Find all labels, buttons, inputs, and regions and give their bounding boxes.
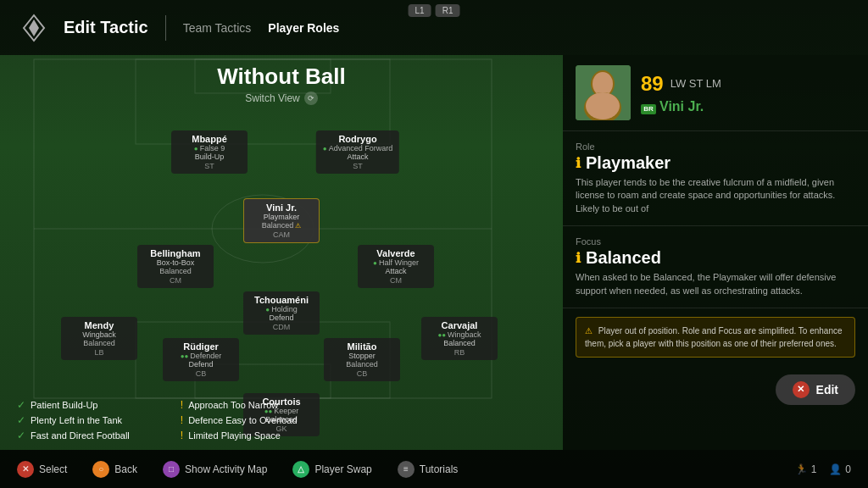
edit-section: ✕ Edit <box>563 366 868 413</box>
action-select-label: Select <box>39 463 67 475</box>
warn-2: ! Defence Easy to Overload <box>181 414 298 426</box>
traits-section: ✓ Patient Build-Up ✓ Plenty Left in the … <box>17 399 298 441</box>
player-tchouameni[interactable]: Tchouaméni ●Holding Defend CDM <box>243 291 320 335</box>
role-icon: ℹ <box>576 155 581 171</box>
action-activity-map-label: Show Activity Map <box>185 463 267 475</box>
role-description: This player tends to be the creative ful… <box>576 176 855 215</box>
player-info-header: 89 LW ST LM BRVini Jr. <box>563 55 868 131</box>
player-full-name: BRVini Jr. <box>641 99 855 114</box>
player-rating: 89 <box>641 72 664 96</box>
header: Edit Tactic Team Tactics Player Roles L1… <box>0 0 868 55</box>
warning-icon: ⚠ <box>585 326 593 336</box>
player-avatar <box>576 65 631 120</box>
player-mbappe[interactable]: Mbappé ●False 9 Build-Up ST <box>171 130 248 174</box>
svg-point-9 <box>593 72 613 96</box>
share-button-icon: ≡ <box>398 461 415 478</box>
player-rudiger[interactable]: Rüdiger ●●Defender Defend CB <box>163 338 239 381</box>
action-back: ○ Back <box>92 461 137 478</box>
main-content: Without Ball Switch View ⟳ Mbappé ●False… <box>0 55 868 450</box>
player-valverde[interactable]: Valverde ●Half Winger Attack CM <box>358 245 434 288</box>
trait-1: ✓ Patient Build-Up <box>17 399 130 411</box>
player-positions: LW ST LM <box>670 77 721 90</box>
formation: Mbappé ●False 9 Build-Up ST Rodrygo ●Adv… <box>44 114 519 444</box>
user-count-badge: 👤 0 <box>829 463 851 475</box>
player-mendy[interactable]: Mendy Wingback Balanced LB <box>61 317 137 360</box>
l1-button: L1 <box>409 4 431 17</box>
switch-view-label: Switch View <box>245 92 299 104</box>
positive-traits: ✓ Patient Build-Up ✓ Plenty Left in the … <box>17 399 130 441</box>
action-select: ✕ Select <box>17 461 67 478</box>
warn-1: ! Approach Too Narrow <box>181 399 298 411</box>
nationality-flag: BR <box>641 104 656 114</box>
trait-2: ✓ Plenty Left in the Tank <box>17 414 130 426</box>
switch-view[interactable]: Switch View ⟳ <box>17 92 546 105</box>
action-tutorials-label: Tutorials <box>420 463 459 475</box>
bottom-bar: ✕ Select ○ Back □ Show Activity Map △ Pl… <box>0 450 868 488</box>
header-nav: Team Tactics Player Roles <box>183 21 340 35</box>
header-divider <box>165 15 166 41</box>
controller-buttons: L1 R1 <box>409 4 460 17</box>
player-vini[interactable]: Vini Jr. Playmaker Balanced ⚠ CAM <box>243 198 320 243</box>
edit-button-x-icon: ✕ <box>793 381 810 398</box>
tactics-panel: Without Ball Switch View ⟳ Mbappé ●False… <box>0 55 563 450</box>
action-back-label: Back <box>114 463 137 475</box>
role-label: Role <box>576 141 855 152</box>
player-carvajal[interactable]: Carvajal ●●Wingback Balanced RB <box>421 317 498 360</box>
focus-icon: ℹ <box>576 250 581 266</box>
focus-name: ℹ Balanced <box>576 248 855 268</box>
right-panel: 89 LW ST LM BRVini Jr. Role ℹ Playmaker … <box>563 55 868 450</box>
focus-label: Focus <box>576 236 855 247</box>
page-title: Edit Tactic <box>64 18 148 37</box>
player-bellingham[interactable]: Bellingham Box-to-Box Balanced CM <box>137 245 214 288</box>
user-count-value: 0 <box>845 463 851 475</box>
view-title: Without Ball <box>17 64 546 90</box>
focus-description: When asked to be Balanced, the Playmaker… <box>576 271 855 297</box>
triangle-button-icon: △ <box>292 461 309 478</box>
player-rodrygo[interactable]: Rodrygo ●Advanced Forward Attack ST <box>316 130 399 174</box>
nav-player-roles[interactable]: Player Roles <box>268 21 339 35</box>
player-count-icon: 🏃 <box>795 463 808 475</box>
avatar-face <box>576 65 631 120</box>
action-tutorials: ≡ Tutorials <box>398 461 459 478</box>
square-button-icon: □ <box>163 461 180 478</box>
svg-point-11 <box>586 92 620 119</box>
edit-button-label: Edit <box>816 383 838 396</box>
r1-button: R1 <box>436 4 460 17</box>
warning-box: ⚠ Player out of position. Role and Focus… <box>576 317 855 358</box>
warn-3: ! Limited Playing Space <box>181 430 298 441</box>
role-name: ℹ Playmaker <box>576 153 855 173</box>
logo <box>17 11 51 45</box>
action-player-swap-label: Player Swap <box>314 463 371 475</box>
action-activity-map[interactable]: □ Show Activity Map <box>163 461 267 478</box>
switch-view-icon: ⟳ <box>304 92 318 105</box>
player-count-badge: 🏃 1 <box>795 463 817 475</box>
player-info-right: 89 LW ST LM BRVini Jr. <box>641 72 855 114</box>
bottom-right-icons: 🏃 1 👤 0 <box>795 463 851 475</box>
trait-3: ✓ Fast and Direct Football <box>17 430 130 441</box>
user-count-icon: 👤 <box>829 463 842 475</box>
focus-section: Focus ℹ Balanced When asked to be Balanc… <box>563 226 868 308</box>
edit-button[interactable]: ✕ Edit <box>776 374 855 405</box>
o-button-icon: ○ <box>92 461 109 478</box>
player-rating-row: 89 LW ST LM <box>641 72 855 96</box>
player-count-value: 1 <box>811 463 817 475</box>
role-section: Role ℹ Playmaker This player tends to be… <box>563 131 868 226</box>
action-player-swap: △ Player Swap <box>292 461 371 478</box>
player-militao[interactable]: Militão Stopper Balanced CB <box>324 338 400 381</box>
warning-traits: ! Approach Too Narrow ! Defence Easy to … <box>181 399 298 441</box>
x-button-icon: ✕ <box>17 461 34 478</box>
nav-team-tactics[interactable]: Team Tactics <box>183 21 252 35</box>
